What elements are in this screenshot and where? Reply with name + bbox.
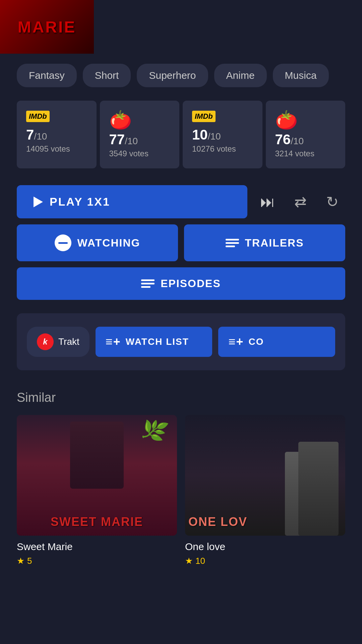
rating-card-imdb-2: IMDb 10/10 10276 votes <box>183 101 262 168</box>
rating-votes-2: 3549 votes <box>109 149 148 158</box>
hero-image: MARIE <box>0 0 94 54</box>
trakt-section: k Trakt ≡+ WATCH LIST ≡+ CO <box>17 313 345 370</box>
sweet-marie-rating: ★ 5 <box>17 556 177 566</box>
episodes-button[interactable]: EPISODES <box>17 267 345 300</box>
star-icon-2: ★ <box>185 556 193 566</box>
movie-thumbnail-one-love: ONE LOV <box>185 415 345 536</box>
tomato-icon-1: 🍅 <box>109 111 132 129</box>
genre-chip-short[interactable]: Short <box>83 64 131 87</box>
genre-chip-anime[interactable]: Anime <box>214 64 267 87</box>
one-love-title: One love <box>185 541 345 552</box>
plus-list-icon-co: ≡+ <box>228 335 244 349</box>
secondary-row: WATCHING TRAILERS <box>17 224 345 261</box>
minus-icon <box>55 234 71 251</box>
rating-score-3: 10/10 <box>192 127 221 143</box>
sweet-marie-overlay: SWEET MARIE <box>47 515 146 529</box>
rating-score-4: 76/10 <box>275 131 304 148</box>
movie-thumbnail-sweet-marie: 🌿 SWEET MARIE <box>17 415 177 536</box>
trailers-button[interactable]: TRAILERS <box>184 224 345 261</box>
hero-title: MARIE <box>18 18 76 36</box>
star-icon-1: ★ <box>17 556 24 566</box>
plus-list-icon-watchlist: ≡+ <box>106 335 121 349</box>
skip-next-icon: ⏭ <box>260 194 275 210</box>
movie-card-one-love[interactable]: ONE LOV One love ★ 10 <box>185 415 345 566</box>
trakt-button[interactable]: k Trakt <box>27 327 89 357</box>
rating-votes-3: 10276 votes <box>192 144 236 154</box>
sweet-marie-title: Sweet Marie <box>17 541 177 552</box>
leaves-decoration: 🌿 <box>138 415 170 446</box>
rating-card-tomato-1: 🍅 77/10 3549 votes <box>100 101 180 168</box>
play-button[interactable]: PLAY 1X1 <box>17 185 247 218</box>
trakt-logo: k <box>37 333 54 350</box>
list-icon-episodes <box>141 279 155 288</box>
similar-grid: 🌿 SWEET MARIE Sweet Marie ★ 5 ONE LOV On <box>17 415 345 566</box>
play-icon <box>34 197 43 207</box>
genre-chip-musica[interactable]: Musica <box>273 64 329 87</box>
rating-card-tomato-2: 🍅 76/10 3214 votes <box>266 101 346 168</box>
one-love-overlay: ONE LOV <box>188 515 247 529</box>
rating-votes-4: 3214 votes <box>275 149 314 158</box>
one-love-rating: ★ 10 <box>185 556 345 566</box>
shuffle-button[interactable]: ⇄ <box>288 188 313 216</box>
imdb-badge-1: IMDb <box>26 111 50 122</box>
trakt-label: Trakt <box>58 336 79 347</box>
refresh-button[interactable]: ↻ <box>319 188 345 216</box>
play-row: PLAY 1X1 ⏭ ⇄ ↻ <box>17 185 345 218</box>
genre-chip-fantasy[interactable]: Fantasy <box>17 64 77 87</box>
watchlist-button[interactable]: ≡+ WATCH LIST <box>96 327 213 357</box>
list-icon-trailers <box>226 239 239 247</box>
refresh-icon: ↻ <box>326 193 339 210</box>
tomato-icon-2: 🍅 <box>275 111 298 129</box>
genres-container: Fantasy Short Superhero Anime Musica <box>0 54 362 97</box>
ratings-container: IMDb 7/10 14095 votes 🍅 77/10 3549 votes… <box>0 97 362 178</box>
leg-shape-right <box>298 442 339 536</box>
skip-next-button[interactable]: ⏭ <box>253 188 282 216</box>
rating-votes-1: 14095 votes <box>26 144 70 154</box>
imdb-badge-2: IMDb <box>192 111 216 122</box>
movie-card-sweet-marie[interactable]: 🌿 SWEET MARIE Sweet Marie ★ 5 <box>17 415 177 566</box>
person-silhouette <box>70 422 124 489</box>
co-button[interactable]: ≡+ CO <box>218 327 335 357</box>
rating-score-1: 7/10 <box>26 127 47 143</box>
genre-chip-superhero[interactable]: Superhero <box>137 64 208 87</box>
watching-button[interactable]: WATCHING <box>17 224 178 261</box>
similar-section: Similar 🌿 SWEET MARIE Sweet Marie ★ 5 <box>0 377 362 580</box>
actions-container: PLAY 1X1 ⏭ ⇄ ↻ WATCHING TRAILERS <box>0 178 362 307</box>
shuffle-icon: ⇄ <box>294 193 307 210</box>
similar-title: Similar <box>17 390 345 405</box>
rating-card-imdb-1: IMDb 7/10 14095 votes <box>17 101 97 168</box>
rating-score-2: 77/10 <box>109 131 138 148</box>
